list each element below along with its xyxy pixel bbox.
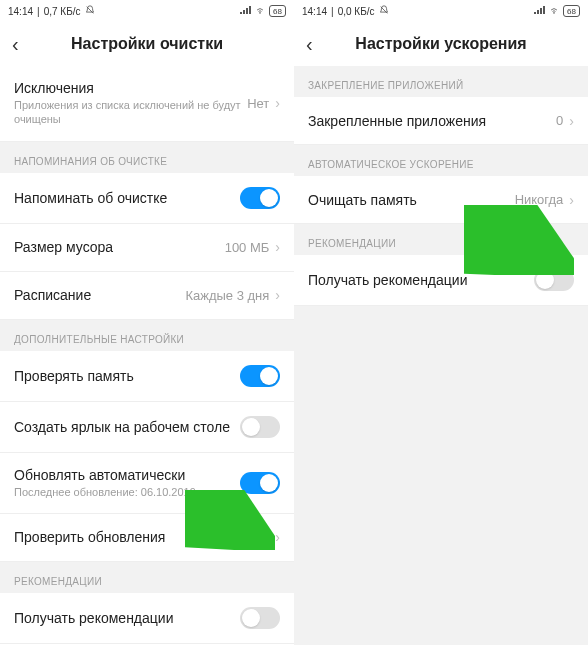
chevron-right-icon: › [569,192,574,208]
header: ‹ Настройки ускорения [294,22,588,66]
section-extra: ДОПОЛНИТЕЛЬНЫЕ НАСТРОЙКИ [0,320,294,351]
trash-size-row[interactable]: Размер мусора 100 МБ › [0,224,294,272]
check-memory-toggle[interactable] [240,365,280,387]
clear-memory-row[interactable]: Очищать память Никогда › [294,176,588,224]
remind-toggle[interactable] [240,187,280,209]
back-button[interactable]: ‹ [12,33,19,56]
reco-row[interactable]: Получать рекомендации [0,593,294,644]
check-memory-label: Проверять память [14,368,134,384]
signal-icon [533,5,545,17]
dnd-icon [85,5,95,17]
clear-memory-value: Никогда [515,192,564,207]
shortcut-label: Создать ярлык на рабочем столе [14,419,230,435]
pinned-apps-label: Закрепленные приложения [308,113,486,129]
reco-label-r: Получать рекомендации [308,272,467,288]
signal-icon [239,5,251,17]
clear-memory-label: Очищать память [308,192,417,208]
section-pin: ЗАКРЕПЛЕНИЕ ПРИЛОЖЕНИЙ [294,66,588,97]
status-time: 14:14 [302,6,327,17]
check-updates-label: Проверить обновления [14,529,165,545]
wifi-icon [548,5,560,17]
content: ЗАКРЕПЛЕНИЕ ПРИЛОЖЕНИЙ Закрепленные прил… [294,66,588,645]
schedule-value: Каждые 3 дня [185,288,269,303]
exceptions-title: Исключения [14,80,247,96]
dnd-icon [379,5,389,17]
remind-row[interactable]: Напоминать об очистке [0,173,294,224]
shortcut-toggle[interactable] [240,416,280,438]
header: ‹ Настройки очистки [0,22,294,66]
section-reco-r: РЕКОМЕНДАЦИИ [294,224,588,255]
status-net: 0,7 КБ/с [44,6,81,17]
exceptions-value: Нет [247,96,269,111]
pinned-apps-value: 0 [556,113,563,128]
trash-label: Размер мусора [14,239,113,255]
exceptions-row[interactable]: Исключения Приложения из списка исключен… [0,66,294,142]
status-bar: 14:14 | 0,0 КБ/с 68 [294,0,588,22]
svg-point-0 [260,13,261,14]
chevron-right-icon: › [275,95,280,111]
section-reminders: НАПОМИНАНИЯ ОБ ОЧИСТКЕ [0,142,294,173]
page-title: Настройки очистки [0,35,294,53]
remind-label: Напоминать об очистке [14,190,167,206]
autoupdate-sub: Последнее обновление: 06.10.2019 [14,485,240,499]
section-auto: АВТОМАТИЧЕСКОЕ УСКОРЕНИЕ [294,145,588,176]
battery-icon: 68 [269,5,286,17]
status-time: 14:14 [8,6,33,17]
exceptions-sub: Приложения из списка исключений не будут… [14,98,247,127]
page-title: Настройки ускорения [294,35,588,53]
content: Исключения Приложения из списка исключен… [0,66,294,645]
check-memory-row[interactable]: Проверять память [0,351,294,402]
reco-row-r[interactable]: Получать рекомендации [294,255,588,306]
check-updates-row[interactable]: Проверить обновления › [0,514,294,562]
chevron-right-icon: › [275,239,280,255]
phone-right: 14:14 | 0,0 КБ/с 68 ‹ Настройки ускорени… [294,0,588,645]
schedule-label: Расписание [14,287,91,303]
status-bar: 14:14 | 0,7 КБ/с 68 [0,0,294,22]
status-net: 0,0 КБ/с [338,6,375,17]
reco-toggle-r[interactable] [534,269,574,291]
autoupdate-toggle[interactable] [240,472,280,494]
shortcut-row[interactable]: Создать ярлык на рабочем столе [0,402,294,453]
chevron-right-icon: › [275,529,280,545]
autoupdate-row[interactable]: Обновлять автоматически Последнее обновл… [0,453,294,514]
svg-point-2 [554,13,555,14]
trash-value: 100 МБ [225,240,270,255]
pinned-apps-row[interactable]: Закрепленные приложения 0 › [294,97,588,145]
chevron-right-icon: › [569,113,574,129]
section-reco: РЕКОМЕНДАЦИИ [0,562,294,593]
reco-toggle[interactable] [240,607,280,629]
back-button[interactable]: ‹ [306,33,313,56]
phone-left: 14:14 | 0,7 КБ/с 68 ‹ Настройки очистки … [0,0,294,645]
wifi-icon [254,5,266,17]
battery-icon: 68 [563,5,580,17]
reco-label: Получать рекомендации [14,610,173,626]
autoupdate-label: Обновлять автоматически [14,467,240,483]
schedule-row[interactable]: Расписание Каждые 3 дня › [0,272,294,320]
chevron-right-icon: › [275,287,280,303]
